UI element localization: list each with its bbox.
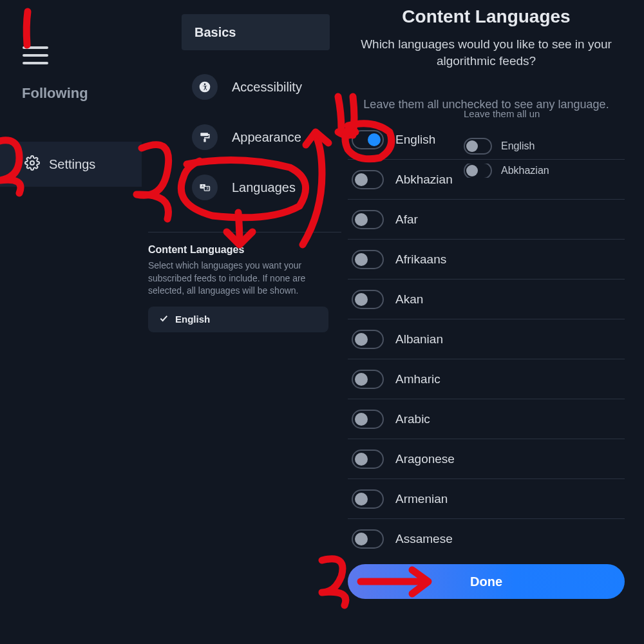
content-languages-subtitle: Select which languages you want your sub… bbox=[148, 260, 322, 298]
language-toggle[interactable] bbox=[352, 130, 384, 149]
basics-item-label: Languages bbox=[232, 180, 296, 195]
svg-rect-3 bbox=[200, 133, 208, 136]
language-label: Akan bbox=[395, 292, 423, 307]
language-row[interactable]: Albanian bbox=[348, 319, 625, 359]
paint-roller-icon bbox=[192, 124, 218, 150]
language-label: Afar bbox=[395, 213, 418, 227]
language-row[interactable]: Assamese bbox=[348, 519, 625, 559]
language-row[interactable]: Armenian bbox=[348, 479, 625, 519]
language-toggle[interactable] bbox=[352, 290, 384, 309]
language-row[interactable]: English bbox=[348, 120, 625, 160]
accessibility-icon bbox=[192, 74, 218, 100]
language-label: Albanian bbox=[395, 332, 443, 346]
language-toggle[interactable] bbox=[352, 410, 384, 429]
language-row[interactable]: Afar bbox=[348, 200, 625, 240]
language-row[interactable]: Afrikaans bbox=[348, 240, 625, 279]
language-toggle[interactable] bbox=[352, 529, 384, 549]
language-label: Afrikaans bbox=[395, 252, 446, 267]
ghost-hint-fragment: Leave them all un bbox=[464, 108, 540, 119]
basics-item-label: Accessibility bbox=[232, 80, 302, 95]
language-row[interactable]: Amharic bbox=[348, 359, 625, 399]
selected-language-chip[interactable]: English bbox=[148, 307, 328, 332]
check-icon bbox=[158, 313, 169, 326]
language-label: Arabic bbox=[395, 412, 430, 426]
settings-label: Settings bbox=[49, 157, 95, 172]
language-label: Assamese bbox=[395, 532, 453, 546]
language-toggle[interactable] bbox=[352, 450, 384, 469]
language-toggle[interactable] bbox=[352, 170, 384, 189]
basics-item-languages[interactable]: A文 Languages bbox=[192, 162, 340, 213]
svg-text:文: 文 bbox=[206, 186, 209, 190]
languages-icon: A文 bbox=[192, 175, 218, 200]
basics-item-accessibility[interactable]: Accessibility bbox=[192, 62, 340, 112]
sidebar-item-settings[interactable]: Settings bbox=[0, 142, 142, 187]
following-tab[interactable]: Following bbox=[22, 85, 88, 102]
language-toggle[interactable] bbox=[352, 330, 384, 349]
language-toggle[interactable] bbox=[352, 250, 384, 269]
language-label: Armenian bbox=[395, 492, 448, 506]
svg-point-2 bbox=[204, 84, 206, 86]
language-label: Aragonese bbox=[395, 452, 455, 466]
page-title: Content Languages bbox=[348, 6, 625, 27]
language-toggle[interactable] bbox=[352, 370, 384, 389]
done-button[interactable]: Done bbox=[348, 564, 625, 599]
svg-point-0 bbox=[30, 161, 34, 165]
gear-icon bbox=[24, 155, 40, 173]
language-toggle[interactable] bbox=[352, 210, 384, 229]
selected-language-chip-label: English bbox=[175, 314, 210, 325]
basics-item-label: Appearance bbox=[232, 130, 301, 145]
content-languages-title: Content Languages bbox=[148, 244, 341, 256]
page-subtitle: Which languages would you like to see in… bbox=[348, 36, 625, 69]
basics-header: Basics bbox=[182, 14, 330, 50]
hamburger-icon[interactable] bbox=[23, 46, 48, 64]
language-label: Amharic bbox=[395, 372, 440, 386]
language-row[interactable]: Akan bbox=[348, 279, 625, 319]
svg-rect-4 bbox=[204, 139, 205, 142]
language-label: Abkhazian bbox=[395, 173, 453, 187]
language-row[interactable]: Arabic bbox=[348, 399, 625, 439]
basics-item-appearance[interactable]: Appearance bbox=[192, 112, 340, 162]
language-row[interactable]: Abkhazian bbox=[348, 160, 625, 200]
language-label: English bbox=[395, 133, 435, 147]
language-toggle[interactable] bbox=[352, 489, 384, 509]
language-row[interactable]: Aragonese bbox=[348, 439, 625, 479]
content-languages-section: Content Languages Select which languages… bbox=[148, 232, 341, 332]
